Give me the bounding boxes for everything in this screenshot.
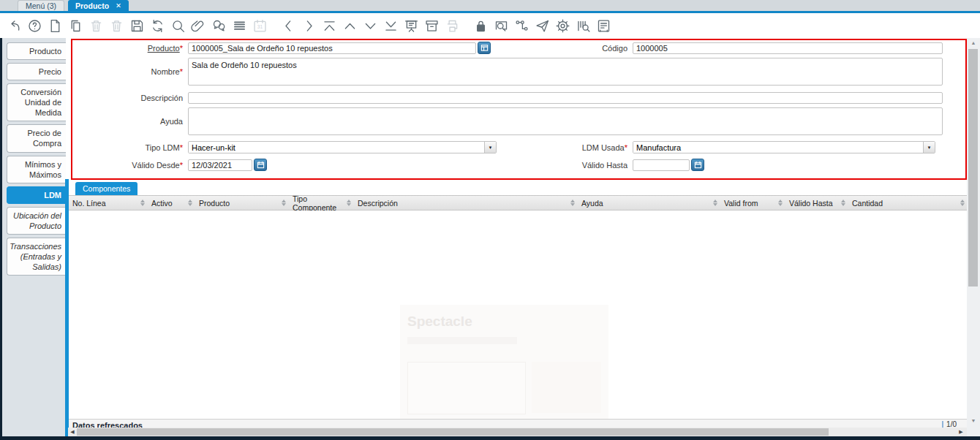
scroll-right-arrow-icon[interactable]: ▶ — [957, 428, 965, 436]
zoom-across-icon[interactable] — [493, 18, 510, 34]
valido-desde-field[interactable] — [188, 159, 252, 171]
lock-icon[interactable] — [472, 18, 489, 34]
refresh-icon[interactable] — [149, 18, 166, 34]
ayuda-label: Ayuda — [71, 117, 188, 126]
requests-icon[interactable] — [534, 18, 551, 34]
sort-icon[interactable] — [713, 200, 717, 206]
vertical-scroll-thumb[interactable] — [968, 49, 978, 287]
sidebar-tab-transacciones-entradas-y-salidas[interactable]: Transacciones (Entradas y Salidas) — [7, 238, 66, 276]
copy-record-icon[interactable] — [67, 18, 84, 34]
column-header-valid-from[interactable]: Valid from — [720, 196, 785, 210]
record-info-icon — [480, 44, 489, 52]
descripcion-label: Descripción — [71, 94, 188, 102]
sidebar-tab-precio[interactable]: Precio — [7, 63, 66, 80]
horizontal-scroll-thumb[interactable] — [77, 428, 829, 436]
codigo-label: Código — [502, 44, 633, 53]
app-window: Menú (3) Producto ✕ 31 ProductoPrecioCon… — [0, 0, 980, 440]
archive-icon[interactable] — [423, 18, 440, 34]
sort-icon[interactable] — [841, 200, 845, 206]
detail-record-icon[interactable] — [362, 18, 379, 34]
first-record-icon[interactable] — [321, 18, 338, 34]
nombre-field[interactable]: Sala de Ordeño 10 repuestos — [188, 58, 943, 86]
valido-desde-label: Válido Desde* — [71, 161, 188, 170]
save-icon[interactable] — [129, 18, 146, 34]
column-header-tipo-componente[interactable]: Tipo Componente — [288, 196, 353, 210]
producto-field[interactable] — [188, 42, 476, 54]
vertical-scrollbar[interactable]: ▲ ▼ — [967, 38, 980, 436]
grid-toggle-icon[interactable] — [231, 18, 248, 34]
calendar-icon: 31 — [252, 18, 268, 34]
sidebar-tab-producto[interactable]: Producto — [7, 42, 66, 60]
sidebar-tab-minimos-y-maximos[interactable]: Mínimos y Máximos — [7, 156, 66, 183]
delete-selection-icon — [108, 18, 125, 34]
row-descripcion: Descripción — [71, 92, 967, 104]
ldm-usada-dropdown-button[interactable]: ▼ — [923, 142, 935, 153]
undo-icon[interactable] — [6, 18, 23, 34]
descripcion-field[interactable] — [188, 92, 943, 104]
scroll-down-arrow-icon[interactable]: ▼ — [967, 418, 980, 423]
column-label: Tipo Componente — [293, 194, 347, 212]
column-header-no-linea[interactable]: No. Línea — [68, 196, 147, 210]
tab-componentes[interactable]: Componentes — [75, 182, 137, 195]
attachment-icon[interactable] — [190, 18, 207, 34]
valido-hasta-label: Válido Hasta — [502, 161, 633, 170]
record-info-button[interactable] — [478, 42, 491, 54]
form-region: Producto* Código Nombre* Sala de Ordeño … — [71, 38, 967, 181]
sort-icon[interactable] — [778, 200, 783, 206]
find-icon[interactable] — [170, 18, 186, 34]
column-header-producto[interactable]: Producto — [195, 196, 288, 210]
scroll-left-arrow-icon[interactable]: ◀ — [68, 428, 77, 436]
ghost-subtitle-placeholder — [407, 337, 517, 344]
tab-menu[interactable]: Menú (3) — [18, 0, 64, 11]
valido-desde-calendar-button[interactable] — [254, 159, 267, 171]
new-record-icon[interactable] — [47, 18, 64, 34]
sort-icon[interactable] — [347, 200, 351, 206]
column-header-descripcion[interactable]: Descripción — [353, 196, 577, 210]
help-icon[interactable] — [26, 18, 43, 34]
ldm-usada-field[interactable] — [633, 142, 923, 153]
sidebar-tab-ldm[interactable]: LDM — [7, 186, 66, 204]
column-header-activo[interactable]: Activo — [147, 196, 195, 210]
tipo-ldm-dropdown-button[interactable]: ▼ — [484, 142, 496, 153]
parent-record-icon[interactable] — [342, 18, 358, 34]
report-icon[interactable] — [403, 18, 420, 34]
scroll-up-arrow-icon[interactable]: ▲ — [967, 40, 980, 45]
product-info-icon[interactable] — [575, 18, 592, 34]
chat-icon[interactable] — [211, 18, 227, 34]
sidebar-tab-precio-de-compra[interactable]: Precio de Compra — [7, 124, 66, 152]
valido-hasta-field[interactable] — [633, 159, 690, 171]
row-ayuda: Ayuda — [71, 107, 967, 135]
active-tab-indicator — [65, 179, 69, 436]
valido-hasta-calendar-button[interactable] — [691, 159, 704, 171]
sidebar-tabs: ProductoPrecioConversión Unidad de Medid… — [2, 38, 66, 436]
ayuda-field[interactable] — [188, 107, 943, 135]
workflow-icon[interactable] — [513, 18, 530, 34]
horizontal-scrollbar[interactable]: ◀ ▶ — [68, 428, 967, 436]
detail-tabstrip: Componentes — [71, 181, 967, 195]
sort-icon[interactable] — [188, 200, 192, 206]
tipo-ldm-field[interactable] — [189, 142, 484, 153]
sort-icon[interactable] — [960, 200, 965, 206]
column-header-cantidad[interactable]: Cantidad — [848, 196, 967, 210]
sort-icon[interactable] — [282, 200, 286, 206]
codigo-field[interactable] — [633, 42, 943, 54]
preferences-icon[interactable] — [554, 18, 571, 34]
print-icon — [444, 18, 461, 34]
last-record-icon[interactable] — [382, 18, 399, 34]
close-icon[interactable]: ✕ — [116, 1, 121, 10]
sort-icon[interactable] — [140, 200, 145, 206]
nombre-label: Nombre* — [71, 67, 188, 76]
tab-producto[interactable]: Producto ✕ — [68, 0, 129, 11]
export-icon[interactable] — [595, 18, 612, 34]
calendar-icon — [257, 161, 265, 169]
column-label: Descripción — [358, 199, 398, 208]
previous-record-icon[interactable] — [280, 18, 297, 34]
column-label: Activo — [151, 199, 173, 208]
column-header-ayuda[interactable]: Ayuda — [577, 196, 720, 210]
tipo-ldm-label: Tipo LDM* — [71, 143, 188, 152]
sort-icon[interactable] — [570, 200, 575, 206]
sidebar-tab-conversion-unidad-de-medida[interactable]: Conversión Unidad de Medida — [7, 83, 66, 121]
next-record-icon[interactable] — [301, 18, 317, 34]
column-header-valido-hasta[interactable]: Válido Hasta — [785, 196, 848, 210]
sidebar-tab-ubicacion-del-producto[interactable]: Ubicación del Producto — [7, 207, 66, 235]
